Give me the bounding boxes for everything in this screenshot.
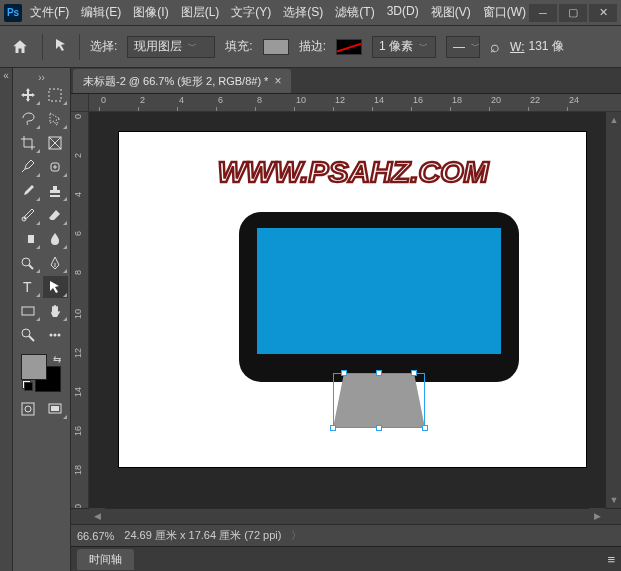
menu-layer[interactable]: 图层(L) [181, 4, 220, 21]
menu-edit[interactable]: 编辑(E) [81, 4, 121, 21]
line-icon: — [453, 40, 465, 54]
transform-bbox[interactable] [333, 373, 425, 428]
select-value: 现用图层 [134, 38, 182, 55]
document-tab-title: 未标题-2 @ 66.7% (矩形 2, RGB/8#) * [83, 74, 268, 89]
zoom-tool[interactable] [15, 324, 41, 346]
stroke-width-dropdown[interactable]: 1 像素 ﹀ [372, 36, 436, 58]
gradient-tool[interactable] [15, 228, 41, 250]
crop-tool[interactable] [15, 132, 41, 154]
blur-tool[interactable] [43, 228, 69, 250]
brush-tool[interactable] [15, 180, 41, 202]
w-value: 131 像 [528, 38, 563, 55]
stroke-label: 描边: [299, 38, 326, 55]
move-tool[interactable] [15, 84, 41, 106]
color-swatches[interactable]: ⇆ [21, 354, 65, 392]
scroll-right-button[interactable]: ▶ [589, 508, 605, 524]
app-logo: Ps [4, 4, 22, 22]
vertical-scrollbar[interactable]: ▲ ▼ [605, 112, 621, 508]
svg-point-11 [54, 334, 57, 337]
svg-text:T: T [23, 279, 32, 295]
horizontal-scrollbar[interactable] [105, 508, 589, 524]
monitor-screen [257, 228, 501, 354]
svg-rect-5 [22, 235, 28, 243]
stroke-size-value: 1 像素 [379, 38, 413, 55]
fill-swatch[interactable] [263, 39, 289, 55]
default-colors-icon[interactable] [22, 380, 33, 391]
rectangle-tool[interactable] [15, 300, 41, 322]
close-tab-icon[interactable]: × [274, 74, 281, 88]
frame-tool[interactable] [43, 132, 69, 154]
menu-select[interactable]: 选择(S) [283, 4, 323, 21]
lasso-tool[interactable] [15, 108, 41, 130]
menu-3d[interactable]: 3D(D) [387, 4, 419, 21]
canvas[interactable]: WWW.PSAHZ.COM [119, 132, 586, 467]
type-tool[interactable]: T [15, 276, 41, 298]
watermark-text: WWW.PSAHZ.COM [217, 155, 489, 188]
ruler-vertical[interactable]: 02468101214161820 [71, 112, 89, 508]
handle-br[interactable] [422, 425, 428, 431]
svg-rect-0 [49, 89, 61, 101]
scroll-left-button[interactable]: ◀ [89, 508, 105, 524]
home-button[interactable] [8, 35, 32, 59]
ruler-origin[interactable] [71, 94, 89, 112]
search-icon[interactable]: ⌕ [490, 38, 500, 56]
screenmode-tool[interactable] [43, 398, 69, 420]
stroke-swatch[interactable] [336, 39, 362, 55]
scroll-up-button[interactable]: ▲ [606, 112, 621, 128]
edit-toolbar[interactable] [43, 324, 69, 346]
menu-type[interactable]: 文字(Y) [231, 4, 271, 21]
timeline-tab[interactable]: 时间轴 [77, 549, 134, 570]
eyedropper-tool[interactable] [15, 156, 41, 178]
panel-collapse-handle[interactable]: « [0, 68, 13, 571]
svg-point-12 [58, 334, 61, 337]
document-tab[interactable]: 未标题-2 @ 66.7% (矩形 2, RGB/8#) * × [73, 69, 291, 93]
status-bar: 66.67% 24.69 厘米 x 17.64 厘米 (72 ppi) 〉 [71, 524, 621, 546]
menu-view[interactable]: 视图(V) [431, 4, 471, 21]
panel-menu-icon[interactable]: ≡ [607, 552, 615, 567]
path-select-tool[interactable] [43, 276, 69, 298]
ruler-horizontal[interactable]: 024681012141618202224 [89, 94, 605, 112]
svg-point-9 [22, 329, 30, 337]
path-select-tool-icon[interactable] [53, 37, 69, 56]
healing-tool[interactable] [43, 156, 69, 178]
svg-rect-16 [51, 406, 59, 411]
toolbox-handle[interactable]: ›› [15, 72, 68, 82]
window-minimize-button[interactable]: ─ [529, 4, 557, 22]
chevron-down-icon: ﹀ [419, 40, 428, 53]
menu-filter[interactable]: 滤镜(T) [335, 4, 374, 21]
handle-tl[interactable] [341, 370, 347, 376]
scroll-down-button[interactable]: ▼ [606, 492, 621, 508]
menubar: 文件(F) 编辑(E) 图像(I) 图层(L) 文字(Y) 选择(S) 滤镜(T… [30, 4, 529, 21]
eraser-tool[interactable] [43, 204, 69, 226]
stroke-style-dropdown[interactable]: — ﹀ [446, 36, 480, 58]
stamp-tool[interactable] [43, 180, 69, 202]
quickmask-tool[interactable] [15, 398, 41, 420]
menu-window[interactable]: 窗口(W) [483, 4, 526, 21]
doc-dimensions[interactable]: 24.69 厘米 x 17.64 厘米 (72 ppi) [124, 528, 281, 543]
marquee-tool[interactable] [43, 84, 69, 106]
svg-point-14 [25, 406, 31, 412]
window-close-button[interactable]: ✕ [589, 4, 617, 22]
toolbox: ›› [13, 68, 71, 571]
handle-tm[interactable] [376, 370, 382, 376]
menu-file[interactable]: 文件(F) [30, 4, 69, 21]
w-label: W: [510, 40, 524, 54]
quick-select-tool[interactable] [43, 108, 69, 130]
pen-tool[interactable] [43, 252, 69, 274]
handle-bm[interactable] [376, 425, 382, 431]
zoom-level[interactable]: 66.67% [77, 530, 114, 542]
dodge-tool[interactable] [15, 252, 41, 274]
svg-rect-8 [22, 307, 34, 315]
menu-image[interactable]: 图像(I) [133, 4, 168, 21]
handle-bl[interactable] [330, 425, 336, 431]
handle-tr[interactable] [411, 370, 417, 376]
history-brush-tool[interactable] [15, 204, 41, 226]
status-chevron-icon[interactable]: 〉 [291, 528, 302, 543]
hand-tool[interactable] [43, 300, 69, 322]
window-maximize-button[interactable]: ▢ [559, 4, 587, 22]
swap-colors-icon[interactable]: ⇆ [53, 354, 61, 365]
foreground-color[interactable] [21, 354, 47, 380]
select-layers-dropdown[interactable]: 现用图层 ﹀ [127, 36, 215, 58]
width-field[interactable]: W: 131 像 [510, 38, 564, 55]
canvas-area[interactable]: WWW.PSAHZ.COM [89, 112, 605, 508]
